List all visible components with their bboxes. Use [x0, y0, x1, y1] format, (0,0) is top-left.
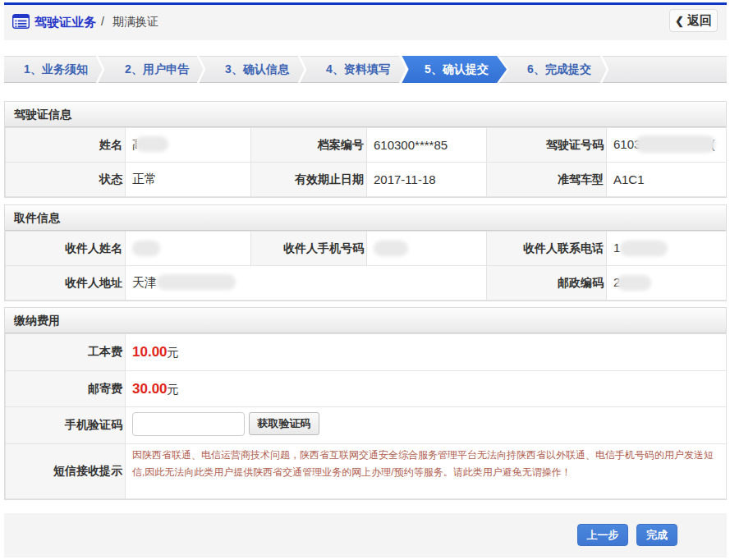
svg-text:1、业务须知: 1、业务须知	[24, 62, 88, 76]
svg-text:3、确认信息: 3、确认信息	[225, 62, 290, 76]
svg-text:2、用户申告: 2、用户申告	[125, 62, 190, 76]
svg-text:6、完成提交: 6、完成提交	[527, 62, 591, 76]
svg-text:5、确认提交: 5、确认提交	[425, 62, 489, 76]
svg-text:4、资料填写: 4、资料填写	[326, 62, 390, 76]
